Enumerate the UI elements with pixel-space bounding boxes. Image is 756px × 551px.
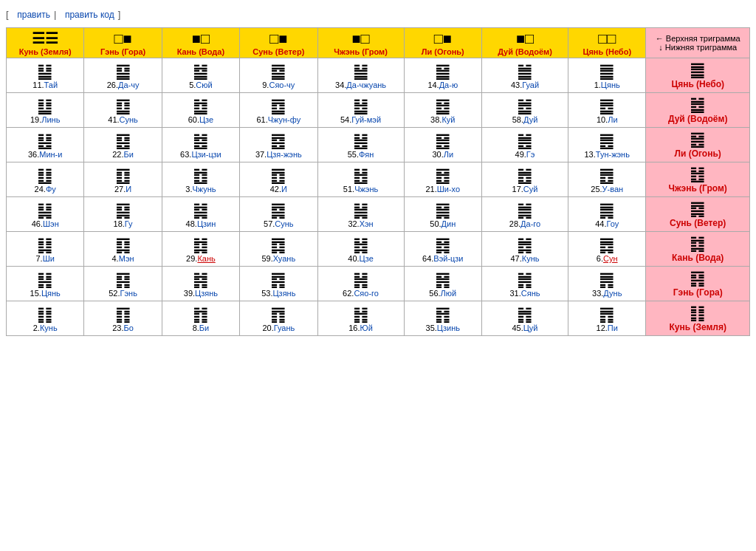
hexagram-label[interactable]: 31.Сянь bbox=[484, 289, 566, 298]
hexagram-label[interactable]: 41.Сунь bbox=[86, 115, 159, 124]
hexagram-symbol: ䷴ bbox=[241, 271, 315, 289]
hexagram-label[interactable]: 13.Тун-жэнь bbox=[570, 150, 644, 159]
table-cell: ䷫44.Гоу bbox=[568, 197, 646, 232]
hexagram-label[interactable]: 61.Чжун-фу bbox=[241, 115, 315, 124]
hexagram-label[interactable]: 6.Сун bbox=[570, 254, 644, 263]
hexagram-label[interactable]: 3.Чжунь bbox=[164, 185, 238, 194]
hexagram-label[interactable]: 25.У-ван bbox=[570, 185, 644, 194]
hexagram-label[interactable]: 44.Гоу bbox=[570, 219, 644, 228]
hexagram-label[interactable]: 21.Ши-хо bbox=[406, 185, 480, 194]
corner-cell: ← Верхняя триграмма ↓ Нижняя триграмма bbox=[646, 28, 750, 58]
hexagram-label[interactable]: 17.Суй bbox=[484, 185, 566, 194]
table-cell: ䷀1.Цянь bbox=[568, 58, 646, 93]
table-cell: ䷿64.Вэй-цзи bbox=[404, 232, 481, 267]
hexagram-symbol: ䷢ bbox=[406, 306, 480, 324]
row-right-label: ䷹Дуй (Водоём) bbox=[646, 93, 750, 128]
hexagram-label[interactable]: 10.Ли bbox=[570, 115, 644, 124]
hexagram-label[interactable]: 33.Дунь bbox=[570, 289, 644, 298]
hexagram-label[interactable]: 9.Сяо-чу bbox=[241, 81, 315, 89]
hexagram-label[interactable]: 27.И bbox=[86, 185, 159, 194]
table-cell: ䷎15.Цянь bbox=[7, 267, 84, 301]
hexagram-label[interactable]: 34.Да-чжуань bbox=[320, 81, 402, 89]
hexagram-label[interactable]: 50.Дин bbox=[406, 219, 480, 228]
hexagram-label[interactable]: 4.Мэн bbox=[86, 254, 159, 263]
hexagram-label[interactable]: 54.Гуй-мэй bbox=[320, 115, 402, 124]
hexagram-label[interactable]: 11.Тай bbox=[8, 81, 82, 89]
hexagram-label[interactable]: 45.Цуй bbox=[484, 324, 566, 332]
hexagram-label[interactable]: 38.Куй bbox=[406, 115, 480, 124]
hexagram-label[interactable]: 18.Гу bbox=[86, 219, 159, 228]
edit-link[interactable]: править bbox=[17, 10, 50, 20]
table-cell: ䷦39.Цзянь bbox=[162, 267, 239, 301]
hexagram-label[interactable]: 64.Вэй-цзи bbox=[406, 254, 480, 263]
hexagram-label[interactable]: 2.Кунь bbox=[8, 324, 82, 332]
hexagram-label[interactable]: 29.Кань bbox=[164, 254, 238, 263]
hexagram-symbol: ䷇ bbox=[164, 306, 238, 324]
right-trigram-name: Гэнь (Гора) bbox=[649, 287, 746, 298]
hexagram-label[interactable]: 63.Цзи-цзи bbox=[164, 150, 238, 159]
hexagram-label[interactable]: 24.Фу bbox=[8, 185, 82, 194]
hexagram-label[interactable]: 59.Хуань bbox=[241, 254, 315, 263]
hexagram-label[interactable]: 60.Цзе bbox=[164, 115, 238, 124]
hexagram-label[interactable]: 58.Дуй bbox=[484, 115, 566, 124]
hexagram-label[interactable]: 55.Фян bbox=[320, 150, 402, 159]
hexagram-label[interactable]: 14.Да-ю bbox=[406, 81, 480, 89]
col-header-4: ■□ Чжэнь (Гром) bbox=[317, 28, 404, 58]
hexagram-label[interactable]: 46.Шэн bbox=[8, 219, 82, 228]
hexagram-label[interactable]: 19.Линь bbox=[8, 115, 82, 124]
hexagram-label[interactable]: 12.Пи bbox=[570, 324, 644, 332]
hexagram-label[interactable]: 47.Кунь bbox=[484, 254, 566, 263]
hexagram-label[interactable]: 40.Цзе bbox=[320, 254, 402, 263]
hexagram-label[interactable]: 30.Ли bbox=[406, 150, 480, 159]
hexagram-label[interactable]: 5.Сюй bbox=[164, 81, 238, 89]
hexagram-symbol: ䷆ bbox=[8, 236, 82, 254]
table-cell: ䷂3.Чжунь bbox=[162, 162, 239, 197]
hexagram-label[interactable]: 23.Бо bbox=[86, 324, 159, 332]
hexagram-label[interactable]: 26.Да-чу bbox=[86, 81, 159, 89]
hexagram-label[interactable]: 35.Цзинь bbox=[406, 324, 480, 332]
hexagram-label[interactable]: 16.Юй bbox=[320, 324, 402, 332]
hexagram-label[interactable]: 39.Цзянь bbox=[164, 289, 238, 298]
right-trigram-name: Дуй (Водоём) bbox=[649, 114, 746, 124]
col-header-7: □□ Цянь (Небо) bbox=[568, 28, 646, 58]
right-hexagram-symbol: ䷀ bbox=[649, 61, 746, 79]
col-header-5: □■ Ли (Огонь) bbox=[404, 28, 481, 58]
hexagram-label[interactable]: 62.Сяо-го bbox=[320, 289, 402, 298]
hexagram-label[interactable]: 15.Цянь bbox=[8, 289, 82, 298]
hexagram-label[interactable]: 43.Гуай bbox=[484, 81, 566, 89]
edit-code-link[interactable]: править код bbox=[65, 10, 114, 20]
hexagram-label[interactable]: 42.И bbox=[241, 185, 315, 194]
hexagram-label[interactable]: 49.Гэ bbox=[484, 150, 566, 159]
hexagram-symbol: ䷋ bbox=[570, 306, 644, 324]
table-cell: ䷝30.Ли bbox=[404, 128, 481, 162]
hexagram-label[interactable]: 1.Цянь bbox=[570, 81, 644, 89]
hexagram-label[interactable]: 37.Цзя-жэнь bbox=[241, 150, 315, 159]
hexagram-label[interactable]: 32.Хэн bbox=[320, 219, 402, 228]
hexagram-symbol: ䷘ bbox=[570, 167, 644, 185]
hexagram-label[interactable]: 51.Чжэнь bbox=[320, 185, 402, 194]
hexagram-symbol: ䷈ bbox=[241, 63, 315, 81]
table-cell: ䷺59.Хуань bbox=[240, 232, 317, 267]
table-cell: ䷹58.Дуй bbox=[481, 93, 568, 128]
hexagram-label[interactable]: 56.Люй bbox=[406, 289, 480, 298]
hexagram-label[interactable]: 28.Да-го bbox=[484, 219, 566, 228]
hexagram-symbol: ䷕ bbox=[86, 132, 159, 150]
right-hexagram-symbol: ䷲ bbox=[649, 165, 746, 183]
table-cell: ䷷56.Люй bbox=[404, 267, 481, 301]
right-hexagram-symbol: ䷹ bbox=[649, 96, 746, 114]
hexagram-symbol: ䷥ bbox=[406, 97, 480, 115]
right-hexagram-symbol: ䷝ bbox=[649, 131, 746, 148]
hexagram-label[interactable]: 20.Гуань bbox=[241, 324, 315, 332]
hexagram-label[interactable]: 8.Би bbox=[164, 324, 238, 332]
hexagram-label[interactable]: 57.Сунь bbox=[241, 219, 315, 228]
hexagram-label[interactable]: 52.Гэнь bbox=[86, 289, 159, 298]
right-trigram-name: Сунь (Ветер) bbox=[649, 218, 746, 228]
hexagram-label[interactable]: 48.Цзин bbox=[164, 219, 238, 228]
hexagram-symbol: ䷝ bbox=[406, 132, 480, 150]
hexagram-label[interactable]: 53.Цзянь bbox=[241, 289, 315, 298]
hexagram-label[interactable]: 22.Би bbox=[86, 150, 159, 159]
table-cell: ䷯48.Цзин bbox=[162, 197, 239, 232]
hexagram-table: ☰☰ Кунь (Земля) □■ Гэнь (Гора) ■□ Кань (… bbox=[6, 27, 750, 336]
hexagram-label[interactable]: 7.Ши bbox=[8, 254, 82, 263]
hexagram-label[interactable]: 36.Мин-и bbox=[8, 150, 82, 159]
